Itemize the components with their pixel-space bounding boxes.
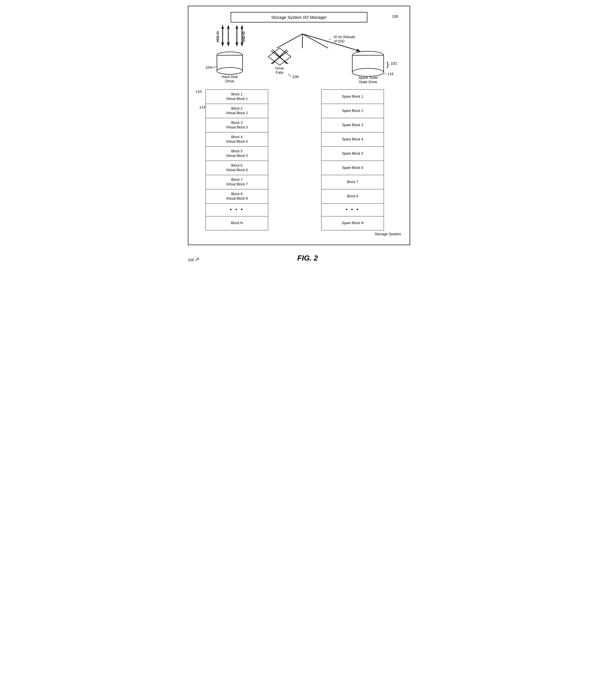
left-block-cell-6: Block 6Virtual Block 6 [206, 160, 268, 175]
svg-marker-8 [235, 25, 238, 29]
ref-114: 114 [199, 105, 206, 109]
svg-line-14 [303, 34, 328, 48]
blocks-area: 110 114 Block 1Virtual Block 1Block 2Vir… [197, 90, 401, 230]
right-block-cell-10: Spare Block N [321, 216, 384, 230]
left-block-cell-4: Block 4Virtual Block 4 [206, 132, 268, 146]
left-block-cell-1: Block 1Virtual Block 1 [206, 90, 268, 104]
right-block-column-wrapper: Spare Block 1Spare Block 2Spare Block 3S… [321, 90, 384, 230]
left-block-column: Block 1Virtual Block 1Block 2Virtual Blo… [206, 90, 268, 230]
ref-104-label: 104 [206, 65, 212, 70]
ref-102-label: 102 [391, 61, 397, 66]
page-container: Storage System I/O Manager 108 HDD IO [188, 6, 410, 262]
svg-marker-7 [235, 43, 238, 47]
right-block-cell-6: Spare Block 6 [321, 160, 384, 175]
svg-marker-11 [241, 25, 243, 29]
spare-ssd-label1: Spare Solid [358, 75, 377, 80]
left-block-column-wrapper: Block 1Virtual Block 1Block 2Virtual Blo… [206, 90, 268, 230]
drive-fails-label1: Drive [276, 66, 284, 70]
svg-marker-10 [241, 43, 243, 47]
ref-116-label: 116 [387, 72, 393, 76]
io-manager-box: Storage System I/O Manager [231, 12, 367, 23]
left-block-cell-10: Block N [206, 216, 268, 230]
right-block-cell-9: • • • [321, 203, 384, 216]
svg-marker-2 [221, 25, 224, 29]
brace-102: } [386, 60, 389, 68]
io-manager-title: Storage System I/O Manager [271, 15, 327, 20]
right-block-cell-8: Block 8 [321, 189, 384, 203]
svg-line-35 [384, 73, 386, 74]
ref-100: 100 ↗ [188, 256, 199, 262]
right-block-cell-5: Spare Block 5 [321, 146, 384, 160]
hdd-io-label: HDD IO [216, 31, 219, 42]
svg-marker-5 [227, 25, 230, 29]
io-rebuild-label: IO for Rebuild [334, 35, 355, 39]
storage-system-label: Storage System [197, 232, 401, 236]
svg-line-13 [277, 34, 303, 48]
svg-text:Fails: Fails [276, 70, 284, 75]
left-block-cell-2: Block 2Virtual Block 2 [206, 104, 268, 118]
svg-text:State Drive: State Drive [359, 80, 377, 84]
svg-line-28 [211, 67, 216, 68]
main-diagram-svg: HDD IO SSD IO [197, 23, 408, 88]
svg-marker-1 [221, 43, 224, 47]
svg-line-30 [288, 74, 291, 77]
figure-footer: 100 ↗ FIG. 2 [188, 248, 410, 262]
right-block-cell-2: Spare Block 2 [321, 104, 384, 118]
right-block-column: Spare Block 1Spare Block 2Spare Block 3S… [321, 90, 384, 230]
svg-text:Drive: Drive [225, 79, 234, 83]
fig-label: FIG. 2 [205, 254, 410, 262]
ref-110: 110 [195, 90, 202, 94]
svg-marker-21 [356, 49, 361, 52]
left-block-cell-5: Block 5Virtual Block 5 [206, 146, 268, 160]
svg-point-33 [352, 68, 384, 76]
left-block-cell-7: Block 7Virtual Block 7 [206, 175, 268, 189]
left-block-cell-3: Block 3Virtual Block 3 [206, 118, 268, 132]
ref-108: 108 [392, 14, 398, 19]
right-block-cell-4: Spare Block 4 [321, 132, 384, 146]
svg-point-26 [217, 68, 243, 74]
ssd-io-label: SSD IO [242, 31, 245, 42]
diagram-border: Storage System I/O Manager 108 HDD IO [188, 6, 410, 245]
left-block-cell-8: Block 8Virtual Block 8 [206, 189, 268, 203]
hdd-label: Hard Disk [221, 75, 238, 79]
svg-line-23 [329, 39, 332, 40]
right-block-cell-1: Spare Block 1 [321, 90, 384, 104]
right-block-cell-7: Block 7 [321, 175, 384, 189]
right-block-cell-3: Spare Block 3 [321, 118, 384, 132]
svg-text:of SSD: of SSD [334, 39, 344, 43]
svg-marker-4 [227, 43, 230, 47]
ref-106-label: 106 [292, 75, 299, 79]
left-block-cell-9: • • • [206, 203, 268, 216]
